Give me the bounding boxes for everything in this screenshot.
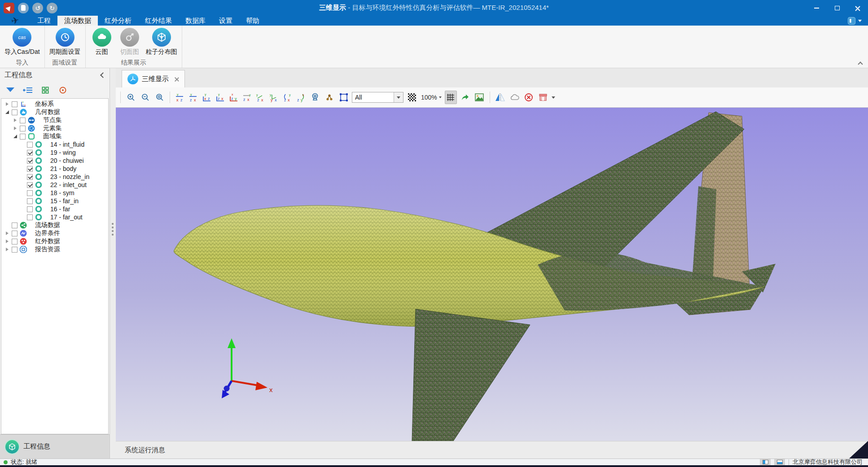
- expander-icon[interactable]: [12, 127, 18, 130]
- expander-icon[interactable]: [12, 135, 18, 138]
- checkbox[interactable]: [12, 101, 18, 107]
- expander-icon[interactable]: [12, 118, 18, 122]
- close-button[interactable]: [847, 0, 868, 16]
- redo-button[interactable]: ↻: [47, 3, 57, 13]
- contour-map-button[interactable]: 云图: [90, 28, 114, 57]
- checkbox[interactable]: [27, 166, 33, 172]
- checkbox[interactable]: [27, 158, 33, 164]
- checkbox[interactable]: [27, 206, 33, 212]
- perspective-camera-icon[interactable]: [309, 91, 321, 104]
- tree-item-coordinate-system[interactable]: Yzx 坐标系: [1, 100, 108, 108]
- toggle-left-panel-button[interactable]: [760, 459, 771, 466]
- locate-target-icon[interactable]: [57, 85, 69, 96]
- outline-cloud-icon[interactable]: [509, 91, 521, 104]
- tree-item-surface-sym[interactable]: 18 - sym: [1, 189, 108, 197]
- menu-item-infrared-results[interactable]: 红外结果: [138, 16, 179, 26]
- mesh-grid-toggle[interactable]: [445, 91, 457, 104]
- checkbox[interactable]: [27, 174, 33, 180]
- checkbox[interactable]: [12, 239, 18, 244]
- view-zx-icon[interactable]: yzx: [188, 91, 199, 104]
- clip-box-icon[interactable]: [537, 91, 549, 104]
- tree-item-surface-wing[interactable]: 19 - wing: [1, 148, 108, 157]
- toggle-bottom-panel-button[interactable]: [774, 459, 785, 466]
- splitter-handle[interactable]: [112, 223, 114, 236]
- app-menu-button[interactable]: [4, 3, 14, 13]
- clear-red-x-icon[interactable]: [523, 91, 535, 104]
- selection-frame-icon[interactable]: [338, 91, 350, 104]
- expander-icon[interactable]: [4, 110, 10, 114]
- zoom-fit-icon[interactable]: [153, 91, 166, 104]
- checkbox[interactable]: [12, 109, 18, 115]
- chevron-down-icon[interactable]: [858, 20, 862, 22]
- import-cas-dat-button[interactable]: cas 导入Cas/Dat: [4, 28, 40, 57]
- chevron-down-icon[interactable]: [552, 96, 555, 99]
- checkbox[interactable]: [27, 190, 33, 196]
- tree-item-surface-inlet-out[interactable]: 22 - inlet_out: [1, 181, 108, 189]
- outline-list-icon[interactable]: [22, 85, 34, 96]
- tab-close-icon[interactable]: [174, 77, 179, 82]
- tree-item-element-set[interactable]: 元素集: [1, 124, 108, 132]
- filter-icon[interactable]: [4, 85, 16, 96]
- menu-item-database[interactable]: 数据库: [179, 16, 212, 26]
- minimize-button[interactable]: [806, 0, 827, 16]
- checkbox[interactable]: [20, 126, 26, 131]
- view-iso-4-icon[interactable]: zyx: [295, 91, 307, 104]
- tree-item-surface-body[interactable]: 21 - body: [1, 165, 108, 173]
- snapshot-image-icon[interactable]: [473, 91, 486, 104]
- expander-icon[interactable]: [4, 248, 10, 251]
- tree-item-infrared-data[interactable]: 红外数据: [1, 237, 108, 245]
- checkbox[interactable]: [12, 223, 18, 228]
- panel-collapse-icon[interactable]: [100, 72, 106, 78]
- view-xz-frame-icon[interactable]: yxz: [201, 91, 212, 104]
- expander-icon[interactable]: [4, 102, 10, 106]
- tree-item-surface-far-out[interactable]: 17 - far_out: [1, 213, 108, 221]
- tree-item-geometry-data[interactable]: 几何数据: [1, 108, 108, 116]
- checkbox[interactable]: [27, 214, 33, 220]
- export-arrow-icon[interactable]: [459, 91, 471, 104]
- ribbon-collapse-chevron-icon[interactable]: [858, 61, 863, 65]
- view-zx-frame-icon[interactable]: yzx: [215, 91, 226, 104]
- particle-distribution-button[interactable]: 粒子分布图: [146, 28, 177, 57]
- checkbox[interactable]: [27, 198, 33, 204]
- menu-item-settings[interactable]: 设置: [212, 16, 239, 26]
- menu-item-help[interactable]: 帮助: [239, 16, 266, 26]
- view-iso-3-icon[interactable]: zxy: [282, 91, 293, 104]
- undo-button[interactable]: ↺: [32, 3, 43, 13]
- menu-item-project[interactable]: 工程: [31, 16, 57, 26]
- checkbox[interactable]: [20, 134, 26, 140]
- display-filter-input[interactable]: [352, 92, 394, 102]
- zoom-level-dropdown[interactable]: 100%: [420, 94, 443, 101]
- checkbox[interactable]: [20, 118, 26, 123]
- viewport-3d[interactable]: x: [116, 108, 868, 441]
- combo-dropdown-button[interactable]: [394, 92, 403, 102]
- menu-item-infrared-analysis[interactable]: 红外分析: [98, 16, 138, 26]
- checkbox[interactable]: [27, 142, 33, 148]
- checkbox[interactable]: [27, 150, 33, 156]
- tree-item-flowfield-data[interactable]: 流场数据: [1, 221, 108, 229]
- tree-item-surface-chuiwei[interactable]: 20 - chuiwei: [1, 157, 108, 165]
- view-iso-2-icon[interactable]: yyx: [268, 91, 280, 104]
- quick-panel-icon[interactable]: [848, 17, 855, 25]
- project-info-bottom-button[interactable]: 工程信息: [0, 434, 110, 458]
- tab-3d-view[interactable]: 三维显示: [122, 70, 185, 87]
- expander-icon[interactable]: [4, 240, 10, 243]
- view-zy-icon[interactable]: xzy: [228, 91, 239, 104]
- periodic-surface-button[interactable]: 周期面设置: [49, 28, 81, 57]
- view-iso-1-icon[interactable]: yzx: [255, 91, 266, 104]
- view-xz-icon[interactable]: yxz: [174, 91, 185, 104]
- tree-item-surface-far-in[interactable]: 15 - far_in: [1, 197, 108, 205]
- tree-item-surface-set[interactable]: 面域集: [1, 132, 108, 140]
- zoom-in-icon[interactable]: [125, 91, 137, 104]
- grid-view-icon[interactable]: [39, 85, 51, 96]
- panel-splitter[interactable]: [110, 68, 116, 458]
- tree-item-report-resource[interactable]: 报告资源: [1, 245, 108, 253]
- checkbox[interactable]: [12, 247, 18, 253]
- view-yz-icon[interactable]: zxy: [241, 91, 253, 104]
- tree-item-boundary-condition[interactable]: 边界条件: [1, 229, 108, 237]
- tree-item-surface-far[interactable]: 16 - far: [1, 205, 108, 213]
- menu-item-flowfield-data[interactable]: 流场数据: [57, 16, 98, 26]
- new-document-button[interactable]: [18, 3, 29, 13]
- mirror-triangle-icon[interactable]: [494, 91, 506, 104]
- tree-item-surface-int-fluid[interactable]: 14 - int_fluid: [1, 140, 108, 148]
- tree-item-node-set[interactable]: 节点集: [1, 116, 108, 124]
